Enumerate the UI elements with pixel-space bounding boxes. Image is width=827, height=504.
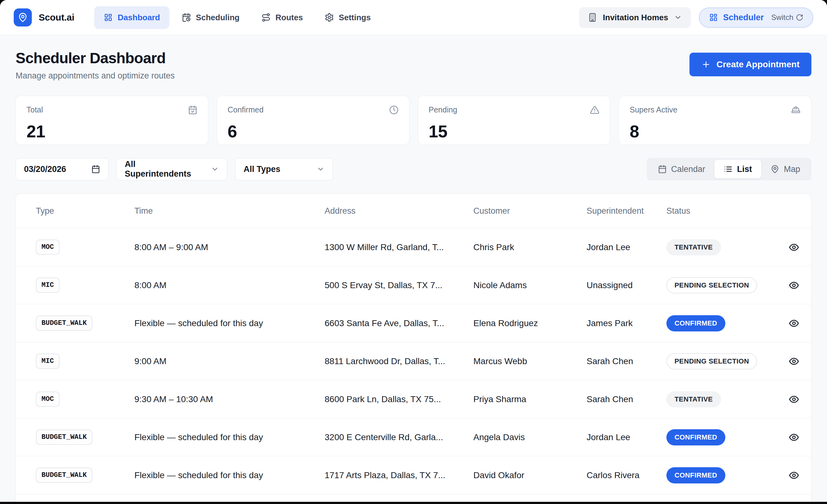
view-appointment-button[interactable] [787,279,800,292]
nav-item-dashboard[interactable]: Dashboard [94,6,169,29]
type-badge: BUDGET_WALK [36,316,92,331]
chevron-down-icon [317,165,325,173]
stat-label: Confirmed [228,105,263,114]
eye-icon [789,356,799,367]
hard-hat-icon [791,105,800,115]
address-cell: 8811 Larchwood Dr, Dallas, T... [325,356,473,366]
address-cell: 8600 Park Ln, Dallas, TX 75... [325,394,473,404]
calendar-check-icon [188,105,197,115]
superintendent-select[interactable]: All Superintendents [116,158,227,180]
nav-label: Dashboard [117,13,160,22]
column-header-customer: Customer [473,206,587,216]
type-badge: MOC [36,392,59,407]
column-header-type: Type [36,206,134,216]
building-icon [588,13,597,22]
table-row[interactable]: BUDGET_WALK Flexible — scheduled for thi… [16,418,811,456]
type-badge: MIC [36,278,59,293]
column-header-address: Address [325,206,473,216]
column-header-superintendent: Superintendent [587,206,667,216]
eye-icon [789,432,799,443]
customer-cell: Marcus Webb [473,356,587,366]
table-header-row: Type Time Address Customer Superintenden… [16,194,811,228]
nav-label: Scheduling [196,13,240,22]
role-switcher[interactable]: Scheduler Switch [699,7,813,28]
table-row[interactable]: MIC 9:00 AM 8811 Larchwood Dr, Dallas, T… [16,342,811,380]
view-appointment-button[interactable] [787,431,800,444]
view-appointment-button[interactable] [787,393,800,406]
view-appointment-button[interactable] [787,355,800,368]
customer-cell: Nicole Adams [473,280,587,290]
eye-icon [789,470,799,481]
status-badge: CONFIRMED [667,315,725,331]
nav-item-routes[interactable]: Routes [252,6,312,29]
status-badge: TENTATIVE [667,239,721,256]
gear-icon [325,13,334,22]
superintendent-select-value: All Superintendents [125,160,203,179]
view-appointment-button[interactable] [787,241,800,254]
date-value: 03/20/2026 [24,164,66,174]
superintendent-cell: Jordan Lee [587,242,667,252]
chevron-down-icon [674,13,682,21]
eye-icon [789,394,799,405]
main-nav: Dashboard Scheduling Routes Settings [94,6,380,29]
eye-icon [789,318,799,329]
calendar-icon [658,165,667,173]
table-row[interactable]: MOC 9:30 AM – 10:30 AM 8600 Park Ln, Dal… [16,380,811,418]
stat-value: 6 [228,121,398,142]
map-pin-icon [771,165,779,173]
table-row[interactable]: MIC 8:00 AM 500 S Ervay St, Dallas, TX 7… [16,266,811,304]
plus-icon [701,60,711,69]
customer-cell: Angela Davis [473,432,587,442]
brand-name: Scout.ai [39,12,74,23]
create-appointment-button[interactable]: Create Appointment [689,53,812,76]
app-logo [14,8,32,26]
stat-label: Pending [429,105,457,114]
nav-label: Settings [339,13,371,22]
switch-label: Switch [771,13,803,22]
table-row[interactable]: MOC 8:00 AM – 9:00 AM 1300 W Miller Rd, … [16,228,811,266]
page-header: Scheduler Dashboard Manage appointments … [15,50,812,81]
nav-item-settings[interactable]: Settings [315,6,380,29]
nav-item-scheduling[interactable]: Scheduling [173,6,249,29]
customer-cell: Chris Park [473,242,587,252]
customer-cell: Elena Rodriguez [473,318,587,328]
time-cell: 9:30 AM – 10:30 AM [134,394,325,404]
customer-cell: Priya Sharma [473,394,587,404]
type-select-value: All Types [244,164,280,174]
filter-bar: 03/20/2026 All Superintendents All Types [15,158,812,180]
stat-value: 8 [630,121,800,142]
list-icon [724,165,732,173]
top-right-controls: Invitation Homes Scheduler Switch [579,7,813,28]
dashboard-icon [709,13,718,22]
stat-value: 21 [27,121,197,142]
view-appointment-button[interactable] [787,317,800,330]
status-badge: CONFIRMED [667,429,725,445]
page-title: Scheduler Dashboard [15,50,175,67]
time-cell: Flexible — scheduled for this day [134,318,325,328]
type-select[interactable]: All Types [235,158,333,180]
date-input[interactable]: 03/20/2026 [15,158,108,180]
column-header-time: Time [134,206,325,216]
address-cell: 1717 Arts Plaza, Dallas, TX 7... [325,470,473,480]
calendar-clock-icon [182,13,191,22]
table-row[interactable]: MIC 10:00 AM 2505 Carlisle St, Dallas, T… [16,494,811,502]
superintendent-cell: Carlos Rivera [587,470,667,480]
superintendent-cell: Sarah Chen [587,394,667,404]
calendar-icon[interactable] [91,165,100,173]
column-header-status: Status [667,206,779,216]
table-body: MOC 8:00 AM – 9:00 AM 1300 W Miller Rd, … [16,228,811,502]
org-selector[interactable]: Invitation Homes [579,7,690,28]
superintendent-cell: Sarah Chen [587,356,667,366]
time-cell: Flexible — scheduled for this day [134,470,325,480]
table-row[interactable]: BUDGET_WALK Flexible — scheduled for thi… [16,456,811,494]
view-toggle-list[interactable]: List [715,160,761,178]
view-toggle-calendar[interactable]: Calendar [649,160,715,178]
view-appointment-button[interactable] [787,469,800,482]
address-cell: 6603 Santa Fe Ave, Dallas, T... [325,318,473,328]
page-subtitle: Manage appointments and optimize routes [15,71,175,81]
stat-value: 15 [429,121,600,142]
table-row[interactable]: BUDGET_WALK Flexible — scheduled for thi… [16,304,811,342]
map-pin-icon [18,12,28,22]
view-toggle-map[interactable]: Map [761,160,810,178]
superintendent-cell: Jordan Lee [587,432,667,442]
